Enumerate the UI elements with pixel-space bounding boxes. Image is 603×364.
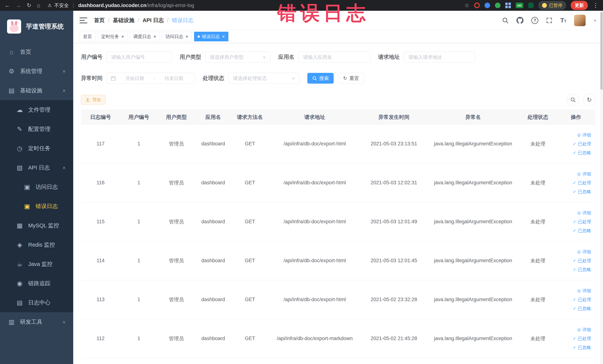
ext-green-dot-icon[interactable] <box>495 3 500 8</box>
browser-home-icon[interactable]: ⌂ <box>37 3 40 8</box>
mark-ignored-link[interactable]: ✓已忽略 <box>573 305 591 312</box>
cell-method: GET <box>231 319 269 358</box>
eye-icon: ◎ <box>577 328 581 332</box>
mark-processed-link[interactable]: ✓已处理 <box>573 336 591 341</box>
chevron-down-icon[interactable]: ∨ <box>593 18 597 22</box>
sidebar-item-mysql-monitor[interactable]: ▦ MySQL 监控 <box>0 216 73 235</box>
ext-blue-dot-icon[interactable] <box>485 3 490 8</box>
cell-exception-name: java.lang.IllegalArgumentException <box>427 241 519 280</box>
tab-label: 首页 <box>83 34 92 39</box>
mark-ignored-link[interactable]: ✓已忽略 <box>573 228 591 234</box>
browser-menu-icon[interactable]: ⋮ <box>593 2 599 9</box>
toggle-search-button[interactable] <box>567 94 579 106</box>
check-icon: ✓ <box>573 220 576 224</box>
mark-ignored-link[interactable]: ✓已忽略 <box>573 189 591 195</box>
detail-link[interactable]: ◎详细 <box>577 327 591 333</box>
breadcrumb: 首页 / 基础设施 / API 日志 / 错误日志 <box>94 17 194 24</box>
fullscreen-icon[interactable] <box>546 17 552 23</box>
reload-icon[interactable]: ↻ <box>27 3 31 8</box>
search-button[interactable]: 搜索 <box>307 73 334 84</box>
tab-access-log[interactable]: 访问日志 × <box>162 32 192 41</box>
close-icon[interactable]: × <box>222 34 225 39</box>
export-button[interactable]: 导出 <box>81 95 105 105</box>
update-button[interactable]: 更新 <box>571 1 588 10</box>
user-type-select[interactable]: 请选择用户类型 ∨ <box>205 52 270 63</box>
table-header-row: 日志编号 用户编号 用户类型 应用名 请求方法名 请求地址 异常发生时间 异常名… <box>81 110 595 124</box>
app-name-input[interactable] <box>299 52 370 63</box>
mark-ignored-link[interactable]: ✓已忽略 <box>573 344 591 351</box>
tab-schedule-log[interactable]: 调度日志 × <box>130 32 160 41</box>
address-bar[interactable]: dashboard.yudao.iocoder.cn/infra/log/api… <box>78 3 194 8</box>
mark-processed-link[interactable]: ✓已处理 <box>573 219 591 225</box>
ext-red-ring-icon[interactable] <box>474 3 480 8</box>
forward-icon[interactable]: → <box>16 3 21 8</box>
mark-processed-link[interactable]: ✓已处理 <box>573 180 591 186</box>
sidebar-item-label: Java 监控 <box>28 260 53 268</box>
search-icon[interactable] <box>502 17 509 24</box>
back-icon[interactable]: ← <box>4 3 10 8</box>
ext-grid-icon[interactable] <box>505 3 511 8</box>
app-logo[interactable]: 芋道管理系统 <box>0 11 73 42</box>
sidebar-item-java-monitor[interactable]: ☕ Java 监控 <box>0 254 73 274</box>
bookmark-star-icon[interactable]: ☆ <box>464 3 469 8</box>
close-icon[interactable]: × <box>185 34 188 39</box>
sidebar-item-access-log[interactable]: ▣ 访问日志 <box>0 177 73 197</box>
mark-ignored-link[interactable]: ✓已忽略 <box>573 150 591 156</box>
sidebar-item-scheduled-jobs[interactable]: ◷ 定时任务 <box>0 139 73 158</box>
sidebar-item-devtools[interactable]: ▥ 研发工具 ∨ <box>0 312 73 331</box>
detail-link[interactable]: ◎详细 <box>577 249 591 255</box>
detail-link[interactable]: ◎详细 <box>577 210 591 216</box>
ext-pine-icon[interactable] <box>528 3 534 8</box>
tab-home[interactable]: 首页 <box>80 32 95 41</box>
sidebar-item-error-log[interactable]: ▣ 错误日志 <box>0 197 73 216</box>
breadcrumb-api-log[interactable]: API 日志 <box>142 17 164 24</box>
chevron-down-icon: ∨ <box>263 55 266 59</box>
cell-exception-name: java.lang.IllegalArgumentException <box>427 163 519 202</box>
clock-icon: ◷ <box>16 145 24 152</box>
cell-actions: ◎详细 ✓已处理 ✓已忽略 <box>557 163 595 202</box>
sidebar-item-api-log[interactable]: ▧ API 日志 ∧ <box>0 158 73 177</box>
detail-link[interactable]: ◎详细 <box>577 171 591 177</box>
mark-processed-link[interactable]: ✓已处理 <box>573 258 591 264</box>
sidebar-item-tracing[interactable]: ◉ 链路追踪 <box>0 274 73 293</box>
user-id-input[interactable] <box>107 52 172 63</box>
sidebar-item-file-mgmt[interactable]: ☁ 文件管理 <box>0 100 73 119</box>
paused-badge[interactable]: 已暂停 <box>538 1 566 10</box>
help-icon[interactable]: ? <box>531 17 538 24</box>
sidebar-item-redis-monitor[interactable]: ◈ Redis 监控 <box>0 235 73 254</box>
request-url-input[interactable] <box>404 52 475 63</box>
cell-app-name: dashboard <box>195 202 231 241</box>
action-label: 已处理 <box>578 258 591 264</box>
tab-error-log[interactable]: 错误日志 × <box>194 32 228 41</box>
sidebar-item-log-center[interactable]: ▤ 日志中心 <box>0 293 73 312</box>
mark-processed-link[interactable]: ✓已处理 <box>573 141 591 147</box>
detail-link[interactable]: ◎详细 <box>577 288 591 294</box>
action-label: 详细 <box>582 132 591 138</box>
sidebar-item-system[interactable]: ⚙ 系统管理 ∨ <box>0 61 73 81</box>
sidebar-item-config-mgmt[interactable]: ✎ 配置管理 <box>0 119 73 139</box>
breadcrumb-infra[interactable]: 基础设施 <box>113 17 134 24</box>
mark-processed-link[interactable]: ✓已处理 <box>573 297 591 303</box>
sidebar-item-infra[interactable]: ▤ 基础设施 ∧ <box>0 81 73 100</box>
breadcrumb-home[interactable]: 首页 <box>94 17 105 24</box>
reset-button[interactable]: ↻ 重置 <box>338 73 364 84</box>
ext-on-badge[interactable]: on <box>516 3 523 8</box>
process-status-select[interactable]: 请选择处理状态 ∨ <box>228 73 300 84</box>
refresh-table-button[interactable]: ↻ <box>583 94 595 106</box>
scrollbar-thumb[interactable] <box>600 12 603 90</box>
tab-scheduled-jobs[interactable]: 定时任务 × <box>98 32 128 41</box>
sidebar-toggle-icon[interactable] <box>80 17 87 24</box>
avatar[interactable] <box>574 15 586 26</box>
github-icon[interactable] <box>516 17 523 24</box>
close-icon[interactable]: × <box>121 34 124 39</box>
column-header: 异常发生时间 <box>361 110 427 124</box>
scrollbar[interactable] <box>600 11 603 364</box>
mark-ignored-link[interactable]: ✓已忽略 <box>573 267 591 273</box>
cell-app-name: dashboard <box>195 163 231 202</box>
sidebar-item-home[interactable]: ⌂ 首页 <box>0 42 73 61</box>
exception-time-range[interactable]: 开始日期 - 结束日期 <box>107 73 195 84</box>
detail-link[interactable]: ◎详细 <box>577 132 591 138</box>
close-icon[interactable]: × <box>153 34 156 39</box>
site-info-chip[interactable]: ⚠ 不安全 | dashboard.yudao.iocoder.cn/infra… <box>48 2 194 9</box>
font-size-icon[interactable]: TT <box>560 17 566 24</box>
